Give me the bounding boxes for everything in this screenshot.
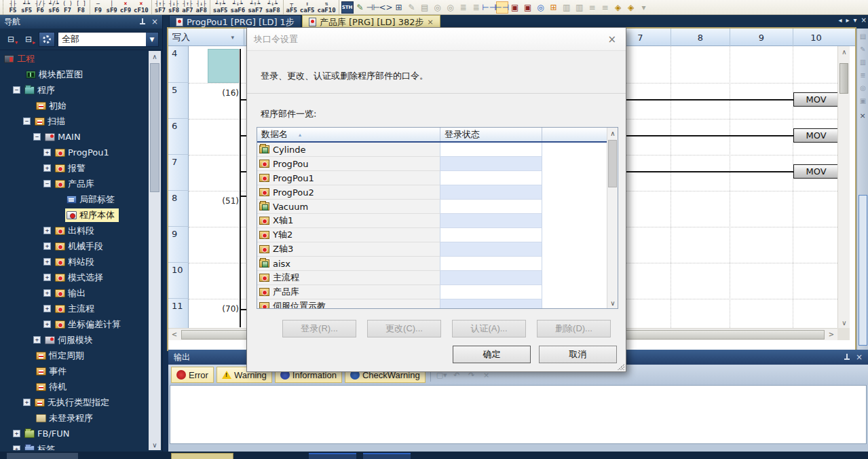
tree-expand-icon[interactable]: + — [33, 336, 41, 344]
tree-expand-icon[interactable]: + — [13, 430, 20, 437]
editor-row-header-8[interactable]: 8 — [168, 191, 189, 227]
tree-item-程序本体[interactable]: 程序本体 — [1, 207, 149, 223]
tree-item-程序[interactable]: −程序 — [1, 82, 149, 98]
tree-expand-icon[interactable]: + — [13, 445, 20, 450]
table-row-产品库[interactable]: 产品库 — [257, 285, 607, 299]
ladder-button-saF6[interactable]: ┵↓┶saF6 — [229, 0, 247, 14]
scroll-up-icon[interactable]: ∧ — [149, 51, 161, 62]
ladder-button-aF5[interactable]: ┬aF5 — [285, 0, 299, 14]
ladder-button-sF5[interactable]: ┵┶sF5 — [20, 0, 33, 14]
scroll-left-icon[interactable]: < — [168, 329, 181, 341]
mov-instruction[interactable]: MOV — [793, 92, 839, 107]
docked-icon[interactable]: ▣ — [858, 95, 868, 106]
tree-item-输出[interactable]: +输出 — [1, 285, 149, 301]
tab-scroll-right-icon[interactable]: ▸ — [846, 16, 850, 24]
scroll-thumb[interactable] — [150, 63, 159, 192]
tree-expand-icon[interactable]: + — [43, 149, 51, 156]
pin-icon[interactable] — [843, 354, 850, 361]
tree-expand-icon[interactable]: − — [43, 180, 51, 187]
ladder-button-F8[interactable]: [ ]F8 — [75, 0, 88, 14]
table-row-Z轴3[interactable]: Z轴3 — [257, 242, 607, 257]
tab-scroll-left-icon[interactable]: ◂ — [839, 16, 842, 24]
tree-item-模块配置图[interactable]: 模块配置图 — [1, 67, 149, 82]
table-row-aisx[interactable]: aisx — [257, 257, 607, 271]
monitor-start-icon[interactable]: ⊢⊣ — [483, 1, 495, 14]
ok-button[interactable]: 确定 — [453, 346, 531, 363]
delete-button[interactable]: 删除(D)... — [537, 320, 611, 337]
scroll-down-icon[interactable]: ∨ — [838, 317, 850, 328]
docked-tab-fragment[interactable] — [171, 453, 233, 459]
statement-icon[interactable]: ≣ — [470, 1, 483, 14]
table-row-ProgPou1[interactable]: ProgPou1 — [257, 171, 607, 185]
ladder-button-sF9[interactable]: │sF9 — [105, 0, 119, 14]
pane-split-icon[interactable]: ▥ — [573, 1, 586, 14]
ladder-button-F9[interactable]: ─F9 — [92, 0, 105, 14]
align-right-icon[interactable]: ≡ — [599, 1, 611, 14]
ladder-button-cF9[interactable]: ×cF9 — [119, 0, 132, 14]
nav-settings-button[interactable] — [39, 32, 55, 47]
output-content[interactable] — [170, 385, 867, 444]
tree-item-报警[interactable]: +报警 — [1, 160, 149, 176]
table-row-X轴1[interactable]: X轴1 — [257, 214, 607, 228]
find-icon[interactable]: ◎ — [432, 1, 444, 14]
user-auth-icon[interactable]: ◈ — [612, 1, 624, 14]
ladder-button-F7[interactable]: ( )F7 — [61, 0, 75, 14]
user-key-icon[interactable]: ◈ — [625, 1, 637, 14]
cancel-button[interactable]: 取消 — [539, 346, 617, 363]
ladder-button-saF5[interactable]: ┵↑┶saF5 — [212, 0, 229, 14]
insert-row-icon[interactable]: ⊞ — [393, 1, 405, 14]
table-row-ProgPou[interactable]: ProgPou — [257, 157, 607, 171]
tree-item-无执行类型指定[interactable]: +无执行类型指定 — [1, 394, 149, 410]
table-scrollbar[interactable]: ∧ ∨ — [607, 128, 618, 308]
docked-icon[interactable]: ▥ — [858, 56, 868, 67]
tree-item-机械手段[interactable]: +机械手段 — [1, 238, 149, 254]
compare-icon[interactable]: <> — [380, 1, 392, 14]
editor-vertical-scrollbar[interactable]: ∧ ∨ — [837, 46, 850, 328]
pane-icon[interactable]: ▥ — [561, 1, 573, 14]
toolbar-grip[interactable] — [0, 0, 3, 14]
sth-instruction-icon[interactable]: STH — [341, 1, 354, 14]
monitor-write-icon[interactable]: ⊢⊣ — [496, 1, 508, 14]
editor-row-header-9[interactable]: 9 — [168, 227, 189, 263]
ladder-button-sF7[interactable]: ┤↑├sF7 — [153, 0, 167, 14]
docked-icon[interactable]: ◎ — [858, 82, 868, 93]
mov-instruction[interactable]: MOV — [793, 164, 839, 179]
ladder-button-cF10[interactable]: ×cF10 — [132, 0, 150, 14]
device-write-icon[interactable]: ▣ — [509, 1, 521, 14]
comment-icon[interactable]: ≣ — [457, 1, 470, 14]
scroll-down-icon[interactable]: ∨ — [149, 439, 161, 450]
close-icon[interactable]: × — [151, 18, 158, 26]
tree-expand-icon[interactable]: + — [43, 227, 51, 234]
table-row-Y轴2[interactable]: Y轴2 — [257, 228, 607, 242]
ladder-button-saF7[interactable]: ┵↑┶saF7 — [246, 0, 264, 14]
tree-item-模式选择[interactable]: +模式选择 — [1, 270, 149, 285]
editor-row-header-11[interactable]: 11 — [168, 299, 189, 331]
tab-close-icon[interactable]: × — [861, 16, 867, 24]
editor-row-header-4[interactable]: 4 — [168, 46, 189, 83]
scroll-up-icon[interactable]: ∧ — [838, 46, 850, 57]
authenticate-button[interactable]: 认证(A)... — [452, 320, 526, 337]
scroll-thumb[interactable] — [608, 140, 617, 187]
tree-item-料站段[interactable]: +料站段 — [1, 254, 149, 270]
nav-filter-dropdown[interactable]: 全部 ▼ — [58, 32, 159, 47]
resize-grip[interactable] — [618, 363, 624, 370]
selected-cell[interactable] — [208, 49, 239, 83]
tree-expand-icon[interactable]: + — [43, 164, 51, 172]
tree-item-事件[interactable]: 事件 — [1, 363, 149, 379]
ladder-button-saF8[interactable]: ┵↓┶saF8 — [264, 0, 282, 14]
tree-item-出料段[interactable]: +出料段 — [1, 223, 149, 238]
dialog-titlebar[interactable]: 块口令设置 × — [247, 28, 626, 51]
tree-item-工程[interactable]: 工程 — [1, 51, 149, 67]
scroll-down-icon[interactable]: ∨ — [607, 297, 618, 308]
tree-item-MAIN[interactable]: −MAIN — [1, 129, 149, 145]
ladder-button-sF8[interactable]: ┤↓├sF8 — [167, 0, 181, 14]
close-icon[interactable]: × — [605, 33, 619, 45]
mov-instruction[interactable]: MOV — [793, 128, 839, 143]
chevron-down-icon[interactable]: ▾ — [231, 34, 234, 41]
tree-item-未登录程序[interactable]: 未登录程序 — [1, 410, 149, 426]
ladder-button-caF10[interactable]: ⇅caF10 — [316, 0, 337, 14]
tree-expand-icon[interactable]: + — [43, 242, 51, 250]
table-row-ProgPou2[interactable]: ProgPou2 — [257, 185, 607, 200]
device-find-icon[interactable]: ◎ — [535, 1, 547, 14]
tab-list-icon[interactable]: ▾ — [854, 16, 857, 24]
